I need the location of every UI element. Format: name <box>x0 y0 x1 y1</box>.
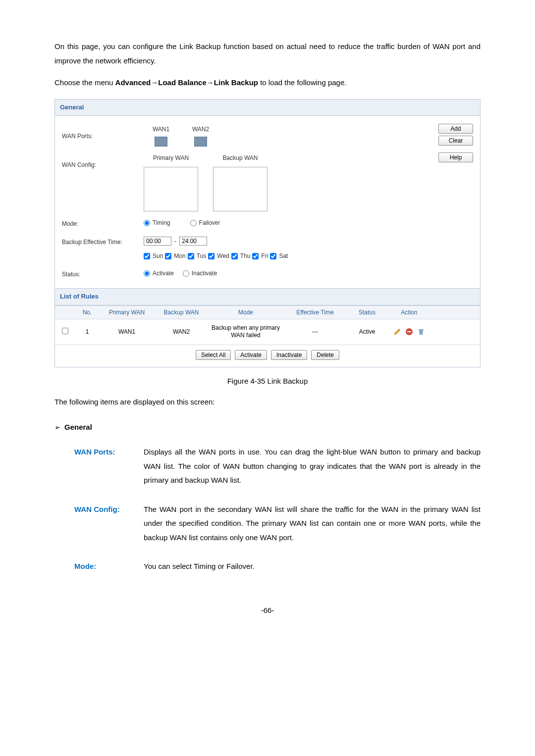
col-et: Effective Time <box>283 309 347 316</box>
def-mode-label: Mode: <box>74 559 144 574</box>
table-row: 1 WAN1 WAN2 Backup when any primary WAN … <box>55 319 480 345</box>
help-button[interactable]: Help <box>438 152 473 162</box>
add-button[interactable]: Add <box>438 124 473 134</box>
general-bullet-text: General <box>64 420 92 435</box>
menu-prefix: Choose the menu <box>54 78 115 87</box>
menu-bold: Advanced→Load Balance→Link Backup <box>115 78 258 87</box>
status-activate-radio[interactable]: Activate <box>144 268 174 279</box>
col-bw: Backup WAN <box>154 309 209 316</box>
edit-icon[interactable] <box>393 328 401 336</box>
def-mode: Mode: You can select Timing or Failover. <box>74 559 481 574</box>
def-wan-config-text: The WAN port in the secondary WAN list w… <box>144 503 481 545</box>
wan2-chip[interactable]: WAN2 <box>183 124 218 147</box>
general-bullet: ➢ General <box>54 420 481 435</box>
trash-icon[interactable] <box>417 328 425 336</box>
time-to-input[interactable] <box>179 237 207 246</box>
general-body: WAN Ports: WAN1 WAN2 Add Clear WAN Confi… <box>55 116 480 288</box>
section-lead: The following items are displayed on thi… <box>54 395 481 409</box>
time-from-input[interactable] <box>144 237 171 246</box>
page-number: -66- <box>54 604 481 618</box>
config-panel: General WAN Ports: WAN1 WAN2 Add Clear W… <box>54 99 481 367</box>
selectall-button[interactable]: Select All <box>196 350 231 360</box>
def-wan-config-label: WAN Config: <box>74 503 144 545</box>
general-header: General <box>55 100 480 116</box>
status-row: Status: Activate Inactivate <box>62 265 473 283</box>
menu-suffix: to load the following page. <box>258 78 346 87</box>
def-wan-ports: WAN Ports: Displays all the WAN ports in… <box>74 445 481 488</box>
day-fri[interactable]: Fri <box>252 251 268 262</box>
mode-row: Mode: Timing Failover <box>62 214 473 233</box>
remove-icon[interactable] <box>405 328 413 336</box>
col-no: No. <box>75 309 100 316</box>
rules-header: List of Rules <box>55 288 480 305</box>
mode-failover-input[interactable] <box>190 220 197 226</box>
backup-wan-box[interactable] <box>213 167 268 211</box>
rules-head-row: No. Primary WAN Backup WAN Mode Effectiv… <box>55 305 480 319</box>
wan1-icon <box>155 137 167 147</box>
row-pw: WAN1 <box>100 328 154 335</box>
activate-button[interactable]: Activate <box>235 350 267 360</box>
status-label: Status: <box>62 268 144 280</box>
row-mode: Backup when any primary WAN failed <box>209 324 283 340</box>
mode-failover-text: Failover <box>199 217 220 229</box>
col-pw: Primary WAN <box>100 309 154 316</box>
wan-ports-row: WAN Ports: WAN1 WAN2 Add Clear <box>62 121 473 150</box>
wan-config-row: WAN Config: Primary WAN Backup WAN Help <box>62 150 473 214</box>
backup-wan-label: Backup WAN <box>223 152 258 164</box>
rules-table: No. Primary WAN Backup WAN Mode Effectiv… <box>55 305 480 367</box>
wan1-chip[interactable]: WAN1 <box>144 124 178 147</box>
figure-caption: Figure 4-35 Link Backup <box>54 374 481 389</box>
wan2-icon <box>194 137 207 147</box>
wan-config-label: WAN Config: <box>62 152 144 171</box>
svg-rect-1 <box>407 331 411 332</box>
row-no: 1 <box>75 328 100 335</box>
mode-failover-radio[interactable]: Failover <box>190 217 220 229</box>
row-bw: WAN2 <box>154 328 209 335</box>
def-wan-ports-label: WAN Ports: <box>74 445 144 488</box>
time-dash: - <box>174 236 176 247</box>
col-status: Status <box>347 309 387 316</box>
day-thu[interactable]: Thu <box>231 251 251 262</box>
mode-timing-input[interactable] <box>144 220 150 226</box>
bet-row: Backup Effective Time: - Sun Mon Tus Wed… <box>62 233 473 265</box>
rules-buttons: Select All Activate Inactivate Delete <box>55 345 480 367</box>
row-et: --- <box>283 328 347 335</box>
mode-label: Mode: <box>62 217 144 230</box>
wan1-label: WAN1 <box>153 124 169 135</box>
col-action: Action <box>387 309 431 316</box>
col-mode: Mode <box>209 309 283 316</box>
def-wan-ports-text: Displays all the WAN ports in use. You c… <box>144 445 481 488</box>
day-wed[interactable]: Wed <box>208 251 229 262</box>
intro-text: On this page, you can configure the Link… <box>54 40 481 68</box>
primary-wan-box[interactable] <box>144 167 198 211</box>
wan2-label: WAN2 <box>192 124 209 135</box>
primary-wan-label: Primary WAN <box>153 152 189 164</box>
delete-button[interactable]: Delete <box>311 350 339 360</box>
inactivate-button[interactable]: Inactivate <box>271 350 307 360</box>
day-tus[interactable]: Tus <box>188 251 207 262</box>
day-sun[interactable]: Sun <box>144 251 163 262</box>
row-status: Active <box>347 328 387 335</box>
bet-label: Backup Effective Time: <box>62 236 144 248</box>
day-sat[interactable]: Sat <box>270 251 288 262</box>
chevron-right-icon: ➢ <box>54 421 60 434</box>
def-mode-text: You can select Timing or Failover. <box>144 559 481 574</box>
row-checkbox[interactable] <box>62 328 68 334</box>
menu-path: Choose the menu Advanced→Load Balance→Li… <box>54 76 481 90</box>
wan-ports-label: WAN Ports: <box>62 124 144 142</box>
mode-timing-text: Timing <box>153 217 170 229</box>
clear-button[interactable]: Clear <box>438 136 473 146</box>
mode-timing-radio[interactable]: Timing <box>144 217 170 229</box>
status-inactivate-radio[interactable]: Inactivate <box>183 268 217 279</box>
def-wan-config: WAN Config: The WAN port in the secondar… <box>74 503 481 545</box>
day-mon[interactable]: Mon <box>165 251 185 262</box>
